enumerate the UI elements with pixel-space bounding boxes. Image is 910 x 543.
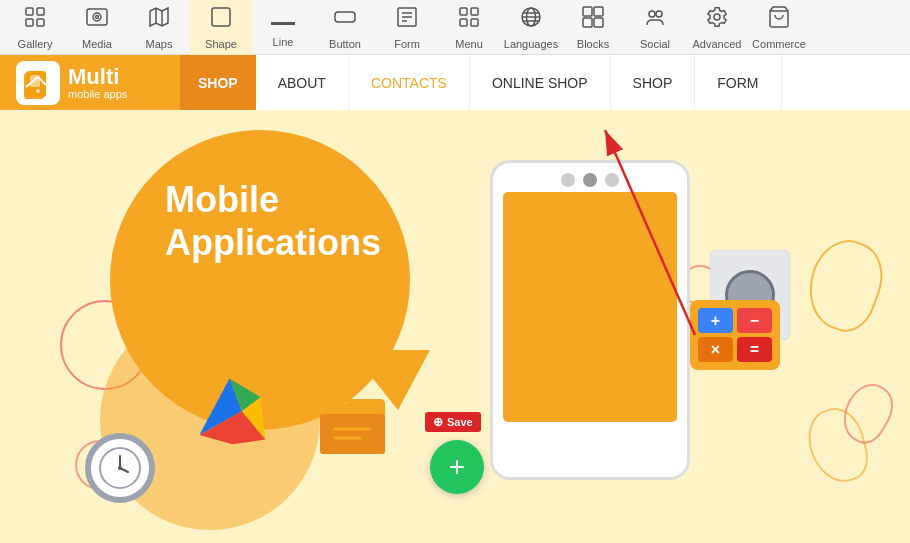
- advanced-label: Advanced: [693, 38, 742, 50]
- folder-icon: [315, 394, 390, 463]
- toolbar-maps[interactable]: Maps: [128, 0, 190, 55]
- menu-icon: [457, 5, 481, 35]
- svg-point-31: [656, 11, 662, 17]
- gallery-icon: [23, 5, 47, 35]
- save-text: Save: [447, 416, 473, 428]
- blocks-icon: [581, 5, 605, 35]
- hero-line2: Applications: [165, 221, 525, 264]
- svg-rect-20: [471, 19, 478, 26]
- svg-point-5: [93, 13, 101, 21]
- toolbar: Gallery Media Maps Shape: [0, 0, 910, 55]
- button-icon: [333, 5, 357, 35]
- logo-icon: [16, 61, 60, 105]
- toolbar-form[interactable]: Form: [376, 0, 438, 55]
- maps-label: Maps: [146, 38, 173, 50]
- svg-rect-46: [320, 414, 385, 454]
- clock-icon: [85, 433, 155, 503]
- button-label: Button: [329, 38, 361, 50]
- toolbar-media[interactable]: Media: [66, 0, 128, 55]
- calc-equals: =: [737, 337, 772, 362]
- plus-button[interactable]: +: [430, 440, 484, 494]
- svg-rect-3: [37, 19, 44, 26]
- nav-online-shop[interactable]: ONLINE SHOP: [470, 55, 611, 110]
- svg-point-45: [118, 466, 122, 470]
- nav-shop[interactable]: SHOP: [611, 55, 696, 110]
- toolbar-social[interactable]: Social: [624, 0, 686, 55]
- calc-minus: −: [737, 308, 772, 333]
- svg-rect-19: [460, 19, 467, 26]
- svg-point-32: [714, 14, 720, 20]
- nav-form[interactable]: FORM: [695, 55, 781, 110]
- blocks-label: Blocks: [577, 38, 609, 50]
- svg-rect-26: [583, 7, 592, 16]
- line-icon: [271, 7, 295, 33]
- toolbar-line[interactable]: Line: [252, 0, 314, 55]
- media-label: Media: [82, 38, 112, 50]
- svg-rect-12: [335, 12, 355, 22]
- maps-icon: [190, 369, 270, 453]
- toolbar-menu[interactable]: Menu: [438, 0, 500, 55]
- logo-text: Multi mobile apps: [68, 66, 127, 100]
- svg-marker-7: [150, 8, 168, 26]
- toolbar-blocks[interactable]: Blocks: [562, 0, 624, 55]
- svg-rect-11: [271, 22, 295, 25]
- maps-toolbar-icon: [147, 5, 171, 35]
- main-content: Mobile Applications + − × =: [0, 110, 910, 543]
- social-label: Social: [640, 38, 670, 50]
- svg-point-30: [649, 11, 655, 17]
- svg-point-6: [96, 15, 99, 18]
- toolbar-shape[interactable]: Shape: [190, 0, 252, 55]
- svg-rect-27: [594, 7, 603, 16]
- toolbar-button[interactable]: Button: [314, 0, 376, 55]
- hero-line1: Mobile: [165, 178, 525, 221]
- nav-about[interactable]: ABOUT: [256, 55, 349, 110]
- svg-rect-18: [471, 8, 478, 15]
- languages-icon: [519, 5, 543, 35]
- social-icon: [643, 5, 667, 35]
- line-label: Line: [273, 36, 294, 48]
- svg-rect-17: [460, 8, 467, 15]
- gallery-label: Gallery: [18, 38, 53, 50]
- svg-rect-2: [26, 19, 33, 26]
- calc-plus: +: [698, 308, 733, 333]
- svg-rect-28: [583, 18, 592, 27]
- navbar: Multi mobile apps SHOP ABOUT CONTACTS ON…: [0, 55, 910, 110]
- svg-line-50: [605, 130, 695, 335]
- hero-text: Mobile Applications: [165, 178, 525, 264]
- svg-rect-4: [87, 9, 107, 25]
- shape-label: Shape: [205, 38, 237, 50]
- logo-main: Multi: [68, 66, 127, 88]
- toolbar-commerce[interactable]: Commerce: [748, 0, 810, 55]
- languages-label: Languages: [504, 38, 558, 50]
- svg-rect-29: [594, 18, 603, 27]
- svg-rect-1: [37, 8, 44, 15]
- toolbar-gallery[interactable]: Gallery: [4, 0, 66, 55]
- nav-contacts[interactable]: CONTACTS: [349, 55, 470, 110]
- commerce-label: Commerce: [752, 38, 806, 50]
- menu-label: Menu: [455, 38, 483, 50]
- toolbar-languages[interactable]: Languages: [500, 0, 562, 55]
- save-badge: Save: [425, 412, 481, 432]
- plus-icon: +: [449, 451, 465, 483]
- nav-logo: Multi mobile apps: [0, 55, 180, 110]
- toolbar-advanced[interactable]: Advanced: [686, 0, 748, 55]
- media-icon: [85, 5, 109, 35]
- svg-rect-0: [26, 8, 33, 15]
- calc-widget: + − × =: [690, 300, 780, 370]
- commerce-icon: [767, 5, 791, 35]
- nav-links: ABOUT CONTACTS ONLINE SHOP SHOP FORM: [256, 55, 910, 110]
- red-arrow: [570, 120, 700, 344]
- shape-icon: [209, 5, 233, 35]
- form-label: Form: [394, 38, 420, 50]
- form-icon: [395, 5, 419, 35]
- svg-point-36: [36, 89, 40, 93]
- calc-multiply: ×: [698, 337, 733, 362]
- logo-sub: mobile apps: [68, 88, 127, 100]
- shop-button[interactable]: SHOP: [180, 55, 256, 110]
- svg-rect-10: [212, 8, 230, 26]
- advanced-icon: [705, 5, 729, 35]
